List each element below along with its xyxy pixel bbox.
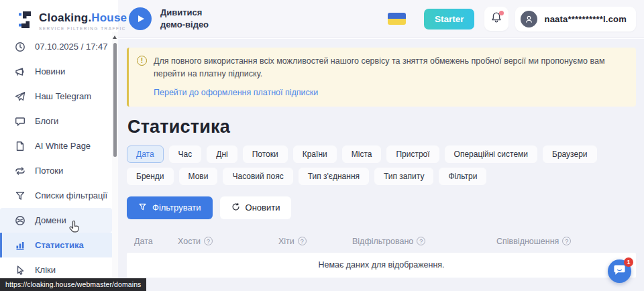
column-header-hosts: Хости ? [178,237,278,246]
tab-countries[interactable]: Країни [293,146,337,163]
sidebar-item-label: AI White Page [35,141,91,151]
sidebar-item-label: Кліки [35,265,56,275]
sidebar-item-label: Статистика [35,240,84,250]
sidebar-item-streams[interactable]: Потоки [0,158,112,183]
sidebar-item-domains[interactable]: Домени [0,208,112,233]
chat-widget-button[interactable]: 1 [608,259,631,283]
logo-icon [19,11,34,32]
column-header-date: Дата [134,237,178,246]
globe-icon [14,215,25,226]
sidebar-item-label: Блоги [35,116,58,126]
demo-video-label: Дивитися демо-відео [160,7,209,30]
sidebar-item-label: Новини [35,66,65,76]
megaphone-icon [14,66,25,77]
repeat-icon [14,165,25,176]
sidebar: Cloaking.House SERVICE FILTERING TRAFFIC… [0,0,112,291]
empty-state: Немає даних для відображення. [127,253,636,278]
refresh-icon [231,202,240,213]
help-icon[interactable]: ? [562,237,571,245]
document-icon [14,140,25,152]
sidebar-nav: 07.10.2025 / 17:47 Новини Наш Telegram Б… [0,34,112,282]
refresh-button[interactable]: Оновити [220,196,292,219]
trial-warning-banner: ! Для повного використання всіх можливос… [127,48,636,107]
user-account-button[interactable]: naata**********l.com [515,7,636,32]
tab-request-type[interactable]: Тип запиту [374,168,433,185]
sidebar-item-statistics[interactable]: Статистика [0,233,112,257]
user-email: naata**********l.com [544,14,627,24]
page-title: Статистика [127,117,636,137]
tab-cities[interactable]: Міста [342,146,382,163]
tab-time[interactable]: Час [169,146,202,163]
tab-timezone[interactable]: Часовий пояс [223,168,292,185]
main-content: ! Для повного використання всіх можливос… [118,39,644,291]
funnel-icon [14,190,25,201]
sidebar-item-label: Домени [35,215,66,225]
help-icon[interactable]: ? [298,237,307,245]
tab-streams[interactable]: Потоки [243,146,288,163]
column-header-hits: Хіти ? [278,237,352,246]
help-icon[interactable]: ? [417,237,425,245]
sidebar-item-blogs[interactable]: Блоги [0,109,112,133]
sidebar-item-label: Списки фільтрації [35,190,107,200]
sidebar-scrollbar[interactable] [112,32,118,291]
sidebar-item-ai-white-page[interactable]: AI White Page [0,133,112,158]
subscription-link[interactable]: Перейти до оформлення платної підписки [154,88,318,97]
play-icon[interactable] [129,7,152,30]
sidebar-item-label: Наш Telegram [35,91,91,101]
sidebar-item-label: Потоки [35,166,63,176]
sidebar-item-label: 07.10.2025 / 17:47 [35,42,107,52]
sidebar-item-news[interactable]: Новини [0,59,112,84]
language-flag-ukraine[interactable] [388,13,406,25]
warning-info-icon: ! [137,56,147,66]
top-header: Дивитися демо-відео Starter naata*******… [118,0,644,38]
column-header-filtered: Відфільтровано ? [352,237,496,246]
logo-title: Cloaking.House [39,11,127,25]
tab-date[interactable]: Дата [127,146,164,163]
table-actions: Фільтрувати Оновити [127,196,636,219]
trial-warning-text: Для повного використання всіх можливосте… [154,55,627,81]
telegram-icon [14,91,25,102]
chat-bubble-icon [613,264,626,278]
tab-days[interactable]: Дні [207,146,237,163]
sidebar-item-datetime: 07.10.2025 / 17:47 [0,34,112,59]
sidebar-item-telegram[interactable]: Наш Telegram [0,84,112,109]
chat-unread-badge: 1 [624,257,633,267]
tab-devices[interactable]: Пристрої [386,146,439,163]
help-icon[interactable]: ? [204,237,213,245]
tab-brands[interactable]: Бренди [127,168,174,185]
funnel-icon [138,202,147,213]
avatar [521,11,537,27]
demo-video-button[interactable]: Дивитися демо-відео [129,7,209,30]
tab-connection-type[interactable]: Тип з'єднання [299,168,369,185]
notification-dot [499,11,504,15]
column-header-ratio: Співвідношення ? [496,237,636,246]
filter-button[interactable]: Фільтрувати [127,196,213,219]
link-status-tooltip: https://cloaking.house/webmaster/domains [0,278,146,291]
scrollbar-thumb[interactable] [113,43,117,157]
logo-tagline: SERVICE FILTERING TRAFFIC [39,26,127,31]
notifications-button[interactable] [484,7,508,31]
plan-badge[interactable]: Starter [424,9,475,30]
tab-operating-systems[interactable]: Операційні системи [445,146,537,163]
table-header-row: Дата Хости ? Хіти ? Відфільтровано ? Спі… [127,230,636,253]
cursor-icon [14,264,25,276]
tab-filters[interactable]: Фільтри [439,168,486,185]
statistics-tabs: Дата Час Дні Потоки Країни Міста Пристро… [127,146,627,185]
tab-languages[interactable]: Мови [179,168,218,185]
clock-icon [14,41,25,52]
chat-bubble-icon [14,115,25,127]
sidebar-item-filter-lists[interactable]: Списки фільтрації [0,183,112,208]
logo[interactable]: Cloaking.House SERVICE FILTERING TRAFFIC [0,0,112,34]
bar-chart-icon [14,239,25,251]
tab-browsers[interactable]: Браузери [543,146,597,163]
scrollbar-up-arrow[interactable] [113,36,117,39]
